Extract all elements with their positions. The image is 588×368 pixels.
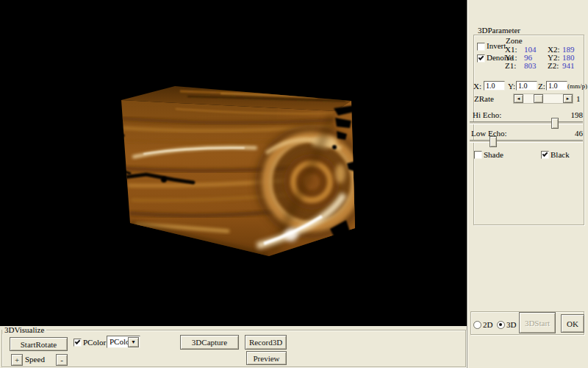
speed-minus-button[interactable]: - xyxy=(56,354,68,366)
3d-ultrasound-window: { "colors": { "panel_bg": "#ece9d8", "vi… xyxy=(0,0,588,368)
speed-label: Speed xyxy=(25,355,45,364)
ok-button[interactable]: OK xyxy=(561,314,584,333)
speed-plus-button[interactable]: + xyxy=(11,354,23,366)
mode-2d-label: 2D xyxy=(483,321,492,329)
invert-checkbox[interactable] xyxy=(477,43,485,51)
zone-z1-value: 803 xyxy=(524,62,537,70)
parameter-panel: 3DParameter Invert Denoise Zone X1: 104 … xyxy=(467,0,588,368)
zrate-scroll-thumb[interactable] xyxy=(534,94,543,103)
invert-label: Invert xyxy=(487,42,506,50)
low-echo-value: 46 xyxy=(569,130,583,138)
hi-echo-slider-thumb[interactable] xyxy=(551,118,559,129)
mode-3d-label: 3D xyxy=(506,321,516,329)
mode-3d-radio[interactable] xyxy=(497,321,505,329)
hi-echo-value: 198 xyxy=(569,111,583,119)
visualize-group-title: 3DVisualize xyxy=(2,326,46,334)
visualize-toolbar: 3DVisualize StartRotate + Speed - PColor… xyxy=(0,326,467,368)
low-echo-slider-track[interactable] xyxy=(470,140,583,143)
shade-checkbox[interactable] xyxy=(474,151,482,159)
pcolor-checkbox[interactable] xyxy=(74,339,82,347)
zrate-scroll-right-button[interactable]: ► xyxy=(563,94,573,103)
pcolor-combobox[interactable]: PColor ▼ xyxy=(107,336,140,348)
black-label: Black xyxy=(551,151,570,159)
z-scale-label: Z: xyxy=(538,82,545,91)
combo-dropdown-arrow-icon[interactable]: ▼ xyxy=(128,337,139,347)
start-rotate-button[interactable]: StartRotate xyxy=(10,337,68,351)
check-icon xyxy=(478,54,484,60)
zrate-label: ZRate xyxy=(474,95,494,103)
y-scale-label: Y: xyxy=(508,82,515,91)
preview-button[interactable]: Preview xyxy=(246,351,287,365)
radio-dot-icon xyxy=(499,323,502,326)
check-icon xyxy=(75,339,81,344)
y-scale-input[interactable] xyxy=(516,81,537,91)
scale-unit-label: (mm/p) xyxy=(567,82,587,91)
zrate-value: 1 xyxy=(576,95,581,103)
low-echo-slider-thumb[interactable] xyxy=(490,136,497,147)
shade-label: Shade xyxy=(484,151,503,159)
volume-rendering xyxy=(0,0,467,326)
pcolor-label: PColor xyxy=(83,339,106,347)
z-scale-input[interactable] xyxy=(546,81,567,91)
x-scale-input[interactable] xyxy=(484,81,505,91)
x-scale-label: X: xyxy=(473,82,481,91)
record3d-button[interactable]: Record3D xyxy=(245,335,287,350)
zrate-scrollbar[interactable]: ◄ ► xyxy=(513,93,573,104)
3dcapture-button[interactable]: 3DCapture xyxy=(180,335,239,350)
mode-2d-radio[interactable] xyxy=(473,321,481,329)
zone-z2-value: 941 xyxy=(562,62,575,70)
hi-echo-label: Hi Echo: xyxy=(473,111,501,119)
3dstart-button[interactable]: 3DStart xyxy=(519,312,556,333)
denoise-checkbox[interactable] xyxy=(477,54,485,63)
parameter-group-title: 3DParameter xyxy=(476,26,523,35)
zone-z1-label: Z1: xyxy=(505,62,516,70)
hi-echo-slider-track[interactable] xyxy=(470,121,583,124)
zrate-scroll-left-button[interactable]: ◄ xyxy=(514,94,523,103)
zone-title: Zone xyxy=(506,37,523,45)
zone-z2-label: Z2: xyxy=(548,62,559,70)
3d-render-viewport[interactable] xyxy=(0,0,467,326)
black-checkbox[interactable] xyxy=(541,151,549,159)
check-icon xyxy=(542,151,548,157)
